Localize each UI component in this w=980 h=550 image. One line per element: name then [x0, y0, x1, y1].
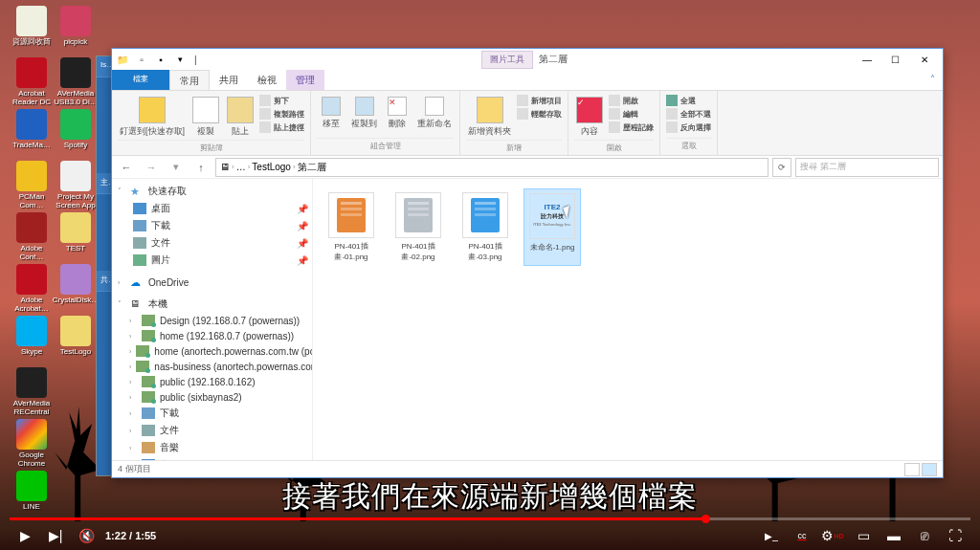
nav-documents[interactable]: 文件📌 [112, 234, 312, 252]
fullscreen-button[interactable]: ⛶ [940, 521, 970, 550]
close-button[interactable]: ✕ [910, 49, 939, 70]
nav-desktop[interactable]: ›桌面 [112, 456, 312, 460]
miniplayer-button[interactable]: ▭ [848, 521, 879, 550]
maximize-button[interactable]: ☐ [881, 49, 910, 70]
file-list[interactable]: PN-401插畫-01.pngPN-401插畫-02.pngPN-401插畫-0… [313, 179, 943, 460]
nav-network-drive[interactable]: ›public (sixbaynas2) [112, 389, 312, 405]
desktop-icon[interactable]: Spotify [52, 109, 100, 150]
desktop-icon[interactable]: Google Chrome [8, 419, 56, 469]
view-icons-button[interactable] [922, 463, 937, 476]
props-button[interactable]: ✓內容 [574, 95, 605, 140]
refresh-button[interactable]: ⟳ [772, 158, 791, 177]
nav-quick-access[interactable]: ˅快速存取 [112, 183, 312, 200]
nav-onedrive[interactable]: ›OneDrive [112, 275, 312, 290]
desktop-icon[interactable]: Adobe Cont… [8, 212, 56, 262]
desktop-icon[interactable]: TEST [52, 212, 100, 253]
desktop-icon[interactable]: PCMan Com… [8, 161, 56, 210]
desktop-icon[interactable]: CrystalDisk… [52, 264, 100, 305]
breadcrumb[interactable]: 🖥› …› TestLogo› 第二層 [215, 158, 768, 177]
cast-button[interactable]: ⎚ [909, 521, 940, 550]
tab-view[interactable]: 檢視 [248, 70, 286, 90]
mute-button[interactable]: 🔇 [71, 521, 101, 550]
nav-network-drive[interactable]: ›nas-business (anortech.powernas.com.tw … [112, 359, 312, 374]
next-button[interactable]: ▶| [40, 521, 71, 550]
nav-recent-button[interactable]: ▾ [166, 158, 187, 177]
desktop-icon[interactable]: Skype [8, 316, 56, 357]
nav-thispc[interactable]: ˅本機 [112, 296, 312, 313]
time-display: 1:22 / 1:55 [105, 530, 156, 541]
desktop-icon[interactable]: picpick [52, 6, 100, 47]
moveto-button[interactable]: 移至 [317, 95, 345, 132]
easyaccess-button[interactable]: 輕鬆存取 [517, 108, 562, 120]
nav-music[interactable]: ›音樂 [112, 439, 312, 456]
cut-button[interactable]: 剪下 [259, 95, 304, 106]
tab-manage[interactable]: 管理 [286, 70, 324, 90]
selectall-button[interactable]: 全選 [666, 95, 711, 106]
pastelink-button[interactable]: 貼上捷徑 [259, 121, 304, 133]
pin-button[interactable]: 釘選到[快速存取] [118, 95, 187, 140]
tab-share[interactable]: 共用 [210, 70, 248, 90]
settings-button[interactable]: ⚙HD [817, 521, 848, 550]
video-player-controls: ▶ ▶| 🔇 1:22 / 1:55 ▶⎯ cc ⚙HD ▭ ▬ ⎚ ⛶ [0, 517, 980, 550]
open-button[interactable]: 開啟 [609, 95, 654, 106]
paste-button[interactable]: 貼上 [225, 95, 256, 140]
titlebar[interactable]: 📁 ▫ ▪ ▾ | 圖片工具 第二層 — ☐ ✕ [112, 49, 943, 70]
nav-forward-button[interactable]: → [141, 158, 162, 177]
autoplay-toggle[interactable]: ▶⎯ [756, 521, 787, 550]
selectnone-button[interactable]: 全部不選 [666, 108, 711, 120]
desktop-icon[interactable]: 資源回收筒 [8, 6, 56, 47]
crumb-folder[interactable]: TestLogo [252, 162, 291, 172]
ribbon-collapse-icon[interactable]: ˄ [923, 70, 943, 90]
search-input[interactable]: 搜尋 第二層 [795, 158, 939, 177]
navigation-pane[interactable]: ˅快速存取 桌面📌 下載📌 文件📌 圖片📌 ›OneDrive ˅本機 ›Des… [112, 179, 313, 460]
nav-back-button[interactable]: ← [116, 158, 137, 177]
copypath-button[interactable]: 複製路徑 [259, 108, 304, 120]
desktop-icon[interactable]: Project My Screen App [52, 161, 100, 210]
desktop-icon[interactable]: Adobe Acrobat… [8, 264, 56, 314]
copyto-button[interactable]: 複製到 [349, 95, 379, 132]
address-bar: ← → ▾ ↑ 🖥› …› TestLogo› 第二層 ⟳ 搜尋 第二層 [112, 156, 943, 179]
file-item[interactable]: ITE2詮力科技ITE2 Technology Inc.未命名-1.png [523, 188, 581, 266]
theater-button[interactable]: ▬ [879, 521, 909, 550]
minimize-button[interactable]: — [853, 49, 881, 70]
file-explorer-window: 📁 ▫ ▪ ▾ | 圖片工具 第二層 — ☐ ✕ 檔案 常用 共用 檢視 管理 … [111, 48, 944, 478]
file-item[interactable]: PN-401插畫-02.png [390, 188, 447, 266]
rename-button[interactable]: 重新命名 [415, 95, 454, 132]
qat-props-icon[interactable]: ▫ [135, 53, 148, 66]
newfolder-button[interactable]: 新增資料夾 [466, 95, 513, 140]
nav-up-button[interactable]: ↑ [190, 158, 212, 177]
progress-bar[interactable] [10, 517, 970, 520]
video-caption: 接著我們在來源端新增幾個檔案 [0, 477, 980, 517]
nav-downloads[interactable]: ›下載 [112, 405, 312, 422]
nav-documents[interactable]: ›文件 [112, 422, 312, 439]
selectinvert-button[interactable]: 反向選擇 [666, 121, 711, 133]
nav-network-drive[interactable]: ›home (anortech.powernas.com.tw (powerna… [112, 343, 312, 359]
tab-home[interactable]: 常用 [169, 70, 210, 90]
nav-downloads[interactable]: 下載📌 [112, 217, 312, 234]
file-item[interactable]: PN-401插畫-03.png [457, 188, 514, 266]
crumb-folder[interactable]: 第二層 [298, 161, 326, 174]
view-details-button[interactable] [904, 463, 920, 476]
copy-button[interactable]: 複製 [190, 95, 221, 140]
tab-file[interactable]: 檔案 [112, 70, 169, 90]
edit-button[interactable]: 編輯 [609, 108, 654, 120]
status-bar: 4 個項目 [112, 460, 943, 477]
nav-network-drive[interactable]: ›public (192.168.0.162) [112, 374, 312, 389]
desktop-icon[interactable]: AVerMedia RECentral [8, 367, 56, 417]
context-tool-tab[interactable]: 圖片工具 [481, 51, 533, 69]
nav-pictures[interactable]: 圖片📌 [112, 252, 312, 269]
captions-button[interactable]: cc [787, 521, 817, 550]
desktop-icon[interactable]: AVerMedia USB3.0 Di… [52, 57, 100, 107]
desktop-icon[interactable]: Acrobat Reader DC [8, 57, 56, 107]
nav-network-drive[interactable]: ›home (192.168.0.7 (powernas)) [112, 328, 312, 343]
delete-button[interactable]: ✕刪除 [383, 95, 412, 132]
desktop-icon[interactable]: TestLogo [52, 316, 100, 357]
nav-desktop[interactable]: 桌面📌 [112, 200, 312, 217]
file-item[interactable]: PN-401插畫-01.png [323, 188, 380, 266]
newitem-button[interactable]: 新增項目 [517, 95, 562, 106]
nav-network-drive[interactable]: ›Design (192.168.0.7 (powernas)) [112, 313, 312, 328]
play-button[interactable]: ▶ [10, 521, 40, 550]
history-button[interactable]: 歷程記錄 [609, 121, 654, 133]
desktop-icon[interactable]: TradeMa… [8, 109, 56, 150]
qat-new-icon[interactable]: ▪ [154, 53, 167, 66]
